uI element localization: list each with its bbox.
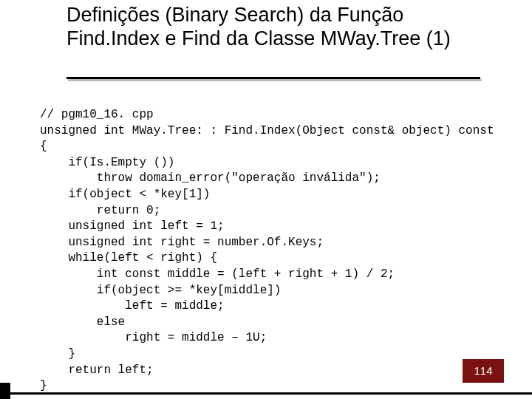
title-block: Definições (Binary Search) da Função Fin…: [66, 3, 480, 51]
footer-line: [10, 392, 532, 395]
page-number-box: 114: [463, 359, 504, 383]
page-number: 114: [463, 359, 504, 383]
slide-title: Definições (Binary Search) da Função Fin…: [66, 3, 480, 51]
code-block: // pgm10_16. cpp unsigned int MWay.Tree:…: [40, 107, 513, 395]
slide: Definições (Binary Search) da Função Fin…: [0, 0, 532, 399]
footer-notch: [0, 383, 10, 399]
title-underline-shadow: [68, 79, 482, 81]
